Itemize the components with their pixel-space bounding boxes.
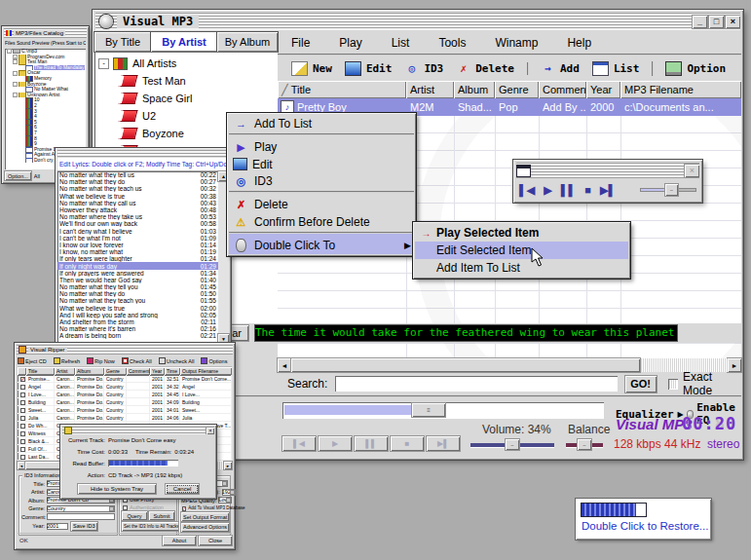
restore-box[interactable]: Double Click to Restore...: [576, 499, 711, 540]
expander-icon[interactable]: -: [13, 71, 18, 76]
lyric-line[interactable]: I know our love forever 01:14: [57, 242, 218, 248]
lyric-line[interactable]: And shelter from the storm 02:11: [57, 318, 218, 325]
ripper-scroll-left-icon[interactable]: ◄: [18, 462, 25, 469]
menu-help[interactable]: Help: [567, 36, 591, 50]
ripper-toolbar-button[interactable]: Check All: [122, 357, 152, 364]
context-menu-item[interactable]: Edit ▶: [229, 156, 414, 172]
context-menu-item[interactable]: Double Click To ▶: [229, 232, 414, 254]
lyric-line[interactable]: No matter what they tell us 00:22: [57, 171, 218, 178]
mini-transport-button[interactable]: ▌▌: [561, 184, 577, 197]
lyric-line[interactable]: A dream is being born 02:21: [57, 332, 218, 339]
toolbar-button[interactable]: Option: [652, 61, 726, 76]
mini-player-titlebar[interactable]: ×: [516, 163, 699, 178]
column-header-filename[interactable]: MP3 Filename: [620, 81, 741, 98]
menu-list[interactable]: List: [392, 36, 410, 50]
ripper-col-time[interactable]: Time: [165, 367, 180, 375]
track-checkbox[interactable]: ✓: [20, 408, 25, 413]
lyric-line[interactable]: Then we would hear God say 01:40: [57, 277, 218, 283]
bitrate-dropdown[interactable]: 192: [222, 489, 236, 496]
mini-transport-button[interactable]: ▌◀: [519, 184, 535, 197]
track-checkbox[interactable]: ✓: [20, 424, 25, 429]
lyric-line[interactable]: However they attack 00:48: [57, 206, 218, 213]
ripper-toolbar-button[interactable]: Rip Now: [87, 357, 115, 364]
ripper-close-button[interactable]: Close: [199, 536, 232, 545]
ripper-titlebar[interactable]: Visual Ripper: [17, 345, 233, 355]
catalog-titlebar[interactable]: MP3/Files Catalog: [4, 28, 87, 38]
toolbar-button[interactable]: ✗ Delete: [456, 62, 514, 75]
track-checkbox[interactable]: ✓: [20, 416, 25, 421]
lyric-line[interactable]: I know, no matter what 01:19: [57, 248, 218, 255]
track-checkbox[interactable]: ✓: [20, 385, 25, 390]
ripper-track-row[interactable]: ✓ Sweet... Caron... Promise Do... Countr…: [18, 406, 232, 414]
maximize-button[interactable]: □: [709, 16, 724, 28]
expander-icon[interactable]: -: [7, 49, 12, 54]
artist-tree-item[interactable]: Space Girl: [120, 90, 278, 107]
expander-icon[interactable]: -: [13, 82, 18, 87]
tab-by-title[interactable]: By Title: [94, 32, 151, 52]
balance-handle[interactable]: −: [578, 439, 591, 450]
tab-by-artist[interactable]: By Artist: [151, 32, 217, 52]
ripper-track-row[interactable]: ✓ Promise... Caron... Promise Do... Coun…: [18, 375, 232, 383]
minimize-button[interactable]: _: [693, 16, 707, 28]
transport-button[interactable]: ▌◀: [282, 436, 316, 451]
transport-button[interactable]: ▶: [319, 436, 352, 451]
tree-root-all-artists[interactable]: - All Artists: [94, 55, 278, 72]
ripper-track-row[interactable]: ✓ Building Caron... Promise Do... Countr…: [18, 398, 232, 406]
transport-button[interactable]: ■: [391, 436, 424, 451]
menu-winamp[interactable]: Winamp: [495, 36, 538, 50]
about-button[interactable]: About: [163, 536, 196, 545]
context-menu-item[interactable]: → Add To List ▶: [229, 115, 414, 131]
collapse-icon[interactable]: -: [98, 58, 109, 69]
submit-button[interactable]: Submit: [149, 511, 174, 520]
lyric-line[interactable]: No matter what they teach you 01:55: [57, 297, 218, 304]
ripper-scroll-right-icon[interactable]: ►: [224, 462, 232, 469]
ripper-track-row[interactable]: ✓ Angel Caron... Promise Do... Country 2…: [18, 383, 232, 391]
exact-mode-checkbox[interactable]: [668, 379, 678, 390]
track-checkbox[interactable]: ✓: [20, 392, 25, 397]
column-header-genre[interactable]: Genre: [495, 81, 539, 98]
ripper-toolbar-button[interactable]: Eject CD: [18, 357, 47, 364]
toolbar-button[interactable]: List: [592, 61, 640, 76]
toolbar-button[interactable]: Edit: [345, 61, 393, 76]
ripper-col-year[interactable]: Year: [150, 367, 165, 375]
ripper-col-artist[interactable]: Artist: [55, 367, 75, 375]
lyric-line[interactable]: I can't be what I'm not 01:09: [57, 235, 218, 242]
column-header-year[interactable]: Year: [586, 81, 620, 98]
lyric-line[interactable]: What we believe is true 02:00: [57, 305, 218, 312]
volume-slider[interactable]: −: [470, 441, 554, 449]
cancel-button[interactable]: Cancel: [166, 484, 199, 494]
mini-transport-button[interactable]: ■: [584, 184, 591, 197]
lyric-line[interactable]: No matter what they do 00:27: [57, 178, 218, 185]
balance-slider[interactable]: −: [566, 441, 603, 449]
hide-to-tray-button[interactable]: Hide to System Tray: [78, 484, 156, 494]
ripper-toolbar-button[interactable]: Options: [201, 357, 227, 364]
column-header-comment[interactable]: Comment: [539, 81, 586, 98]
submenu-item[interactable]: → Play Selected Item: [415, 224, 628, 242]
scroll-left-icon[interactable]: ◄: [278, 358, 291, 372]
ripper-col-genre[interactable]: Genre: [104, 367, 127, 375]
lyric-line[interactable]: No matter where they take us 00:53: [57, 213, 218, 220]
lyric-line[interactable]: I can't deny what I believe 01:03: [57, 228, 218, 235]
seek-slider-handle[interactable]: ≡: [412, 403, 445, 417]
dialog-titlebar[interactable]: ×: [62, 427, 214, 434]
scrollbar-thumb[interactable]: [291, 358, 640, 372]
transport-button[interactable]: ▌▌: [355, 436, 388, 451]
artist-tree-item[interactable]: Test Man: [120, 72, 278, 90]
query-button[interactable]: Query: [122, 511, 147, 520]
lyric-line[interactable]: And I will keep you safe and strong 02:0…: [57, 312, 218, 318]
track-checkbox[interactable]: ✓: [20, 455, 25, 460]
lyric-line[interactable]: No matter what they tell you 01:45: [57, 283, 218, 290]
expander-icon[interactable]: -: [13, 59, 18, 64]
lyric-line[interactable]: If only tears were laughter 01:24: [57, 255, 218, 262]
close-button[interactable]: ×: [726, 16, 740, 28]
column-header-artist[interactable]: Artist: [406, 81, 454, 98]
authentication-checkbox[interactable]: [123, 505, 128, 510]
mini-slider-handle[interactable]: −: [665, 184, 678, 196]
toolbar-button[interactable]: ◎ ID3: [404, 62, 443, 75]
context-menu-item[interactable]: ◎ ID3 ▶: [229, 172, 414, 189]
search-input[interactable]: [335, 376, 617, 392]
menu-file[interactable]: File: [291, 36, 310, 50]
mini-player-slider[interactable]: −: [640, 184, 696, 196]
transport-button[interactable]: ▶▌: [427, 436, 460, 451]
advanced-options-button[interactable]: Advanced Options: [181, 523, 229, 532]
